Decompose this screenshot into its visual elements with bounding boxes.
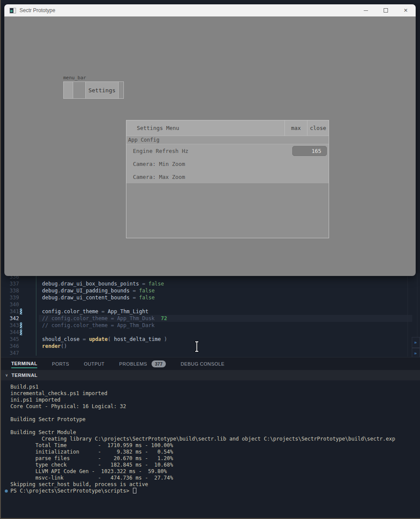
terminal-lines: Build.ps1incremental_checks.ps1 imported… <box>10 384 420 494</box>
editor-scrollbar-divider <box>407 273 408 357</box>
line-number: 347 <box>6 350 19 357</box>
editor-line[interactable]: 342// config.color_theme = App_Thm_Dusk … <box>0 315 420 322</box>
line-number: 337 <box>6 280 19 287</box>
code-text: debug.draw_ui_content_bounds = false <box>42 294 155 301</box>
tab-problems[interactable]: PROBLEMS377 <box>119 357 166 370</box>
git-modified-gutter-mark <box>20 329 22 335</box>
terminal-line: Creating library C:\projects\SectrProtot… <box>10 436 420 442</box>
line-number: 339 <box>6 294 19 301</box>
menu-cell[interactable] <box>119 82 123 98</box>
settings-row: Camera: Min Zoom <box>126 157 329 170</box>
terminal-section-header[interactable]: ∨ TERMINAL <box>0 370 420 380</box>
terminal-line: Core Count - Physical: 16 Logical: 32 <box>10 403 420 410</box>
line-number: 344 <box>6 329 19 336</box>
engine-refresh-hz-input[interactable]: 165 <box>292 146 327 156</box>
terminal-line: msvc-link - 474.736 ms - 27.74% <box>10 475 420 481</box>
setting-label: Engine Refresh Hz <box>133 148 188 154</box>
code-text: render() <box>42 343 67 350</box>
code-text: should_close = update( host_delta_time ) <box>42 336 167 343</box>
problems-count-badge: 377 <box>152 360 166 367</box>
menu-cell[interactable] <box>73 82 86 98</box>
settings-menu-title: Settings Menu <box>126 120 284 136</box>
code-text: debug.draw_UI_padding_bounds = false <box>42 287 155 294</box>
editor-lines: 336337debug.draw_ui_box_bounds_points = … <box>0 273 420 357</box>
settings-row: Camera: Max Zoom <box>126 170 329 183</box>
menu-bar-label: menu_bar <box>63 75 86 81</box>
minimap-divider <box>417 273 417 337</box>
app-icon <box>10 8 16 13</box>
ibeam-cursor <box>194 341 200 352</box>
close-icon: ✕ <box>404 8 408 13</box>
line-number: 338 <box>6 287 19 294</box>
editor-line[interactable]: 345should_close = update( host_delta_tim… <box>0 336 420 343</box>
tab-terminal[interactable]: TERMINAL <box>11 357 37 370</box>
settings-max-button[interactable]: max <box>284 120 307 136</box>
editor-line[interactable]: 344 <box>0 329 420 336</box>
editor-line[interactable]: 347 <box>0 350 420 357</box>
line-number: 341 <box>6 308 19 315</box>
terminal-line <box>10 423 420 429</box>
shell-integration-dot-icon <box>5 490 8 493</box>
terminal-line: LLVM API Code Gen - 1023.322 ms - 59.80% <box>10 468 420 475</box>
terminal-output[interactable]: Build.ps1incremental_checks.ps1 imported… <box>0 380 420 518</box>
line-number: 343 <box>6 322 19 329</box>
chevrons-icon[interactable]: » <box>412 337 420 348</box>
background-code-strip: 290 hmap_chained_reload( font_provider_d… <box>0 0 420 3</box>
code-text: config.color_theme = App_Thm_Light <box>42 308 149 315</box>
editor-line[interactable]: 340 <box>0 301 420 308</box>
terminal-section-title: TERMINAL <box>12 373 38 378</box>
tab-output[interactable]: OUTPUT <box>84 357 105 370</box>
settings-row: Engine Refresh Hz165 <box>126 144 329 157</box>
terminal-line: Total Time - 1710.959 ms - 100.00% <box>10 442 420 449</box>
terminal-line: parse files - 20.670 ms - 1.20% <box>10 455 420 462</box>
terminal-line: ini.ps1 imported <box>10 397 420 403</box>
terminal-line: incremental_checks.ps1 imported <box>10 390 420 397</box>
menu-bar: Settings <box>63 81 124 99</box>
setting-label: Camera: Max Zoom <box>133 174 185 180</box>
code-editor[interactable]: 336337debug.draw_ui_box_bounds_points = … <box>0 273 420 357</box>
tab-debug-console[interactable]: DEBUG CONSOLE <box>181 357 224 370</box>
terminal-prompt-line: PS C:\projects\SectrPrototype\scripts> <box>10 488 420 494</box>
settings-menu-titlebar[interactable]: Settings Menu max close <box>126 120 329 136</box>
settings-menu-body <box>126 183 329 238</box>
chevron-down-icon[interactable]: ∨ <box>5 373 8 377</box>
terminal-line: Build.ps1 <box>10 384 420 390</box>
code-text: debug.draw_ui_box_bounds_points = false <box>42 280 164 287</box>
editor-line[interactable]: 346render() <box>0 343 420 350</box>
terminal-cursor <box>133 488 136 493</box>
line-number: 346 <box>6 343 19 350</box>
panel-tabbar: TERMINALPORTSOUTPUTPROBLEMS377DEBUG CONS… <box>0 357 420 370</box>
menu-item-settings[interactable]: Settings <box>86 82 119 98</box>
menu-cell[interactable] <box>64 82 73 98</box>
line-number: 340 <box>6 301 19 308</box>
window-title: Sectr Prototype <box>19 7 55 13</box>
tab-ports[interactable]: PORTS <box>52 357 69 370</box>
editor-line[interactable]: 337debug.draw_ui_box_bounds_points = fal… <box>0 280 420 287</box>
terminal-line: initialization - 9.382 ms - 0.54% <box>10 449 420 455</box>
maximize-icon <box>384 8 388 13</box>
line-number: 342 <box>6 315 19 322</box>
terminal-line: type check - 182.845 ms - 10.68% <box>10 462 420 468</box>
git-modified-gutter-mark <box>20 322 22 328</box>
app-config-section-header: App Config <box>126 136 329 144</box>
window-edge-left <box>0 0 1 519</box>
editor-line[interactable]: 341config.color_theme = App_Thm_Light <box>0 308 420 315</box>
terminal-line <box>10 410 420 416</box>
terminal-line: Building Sectr Module <box>10 429 420 436</box>
editor-line[interactable]: 338debug.draw_UI_padding_bounds = false <box>0 287 420 294</box>
minimize-button[interactable] <box>356 4 376 16</box>
terminal-line: Skipping sectr_host build, process is ac… <box>10 481 420 488</box>
window-titlebar[interactable]: Sectr Prototype ✕ <box>4 4 416 16</box>
code-text: // config.color_theme = App_Thm_Dark <box>42 322 155 329</box>
settings-close-button[interactable]: close <box>307 120 329 136</box>
editor-line[interactable]: 343// config.color_theme = App_Thm_Dark <box>0 322 420 329</box>
maximize-button[interactable] <box>376 4 396 16</box>
minimize-icon <box>364 10 368 11</box>
settings-rows: Engine Refresh Hz165Camera: Min ZoomCame… <box>126 144 329 183</box>
line-number: 345 <box>6 336 19 343</box>
sectr-prototype-window: Sectr Prototype ✕ menu_bar Settings Sett… <box>4 4 416 276</box>
editor-line[interactable]: 339debug.draw_ui_content_bounds = false <box>0 294 420 301</box>
settings-menu-dialog: Settings Menu max close App Config Engin… <box>126 120 329 238</box>
setting-label: Camera: Min Zoom <box>133 161 185 167</box>
close-button[interactable]: ✕ <box>396 4 416 16</box>
